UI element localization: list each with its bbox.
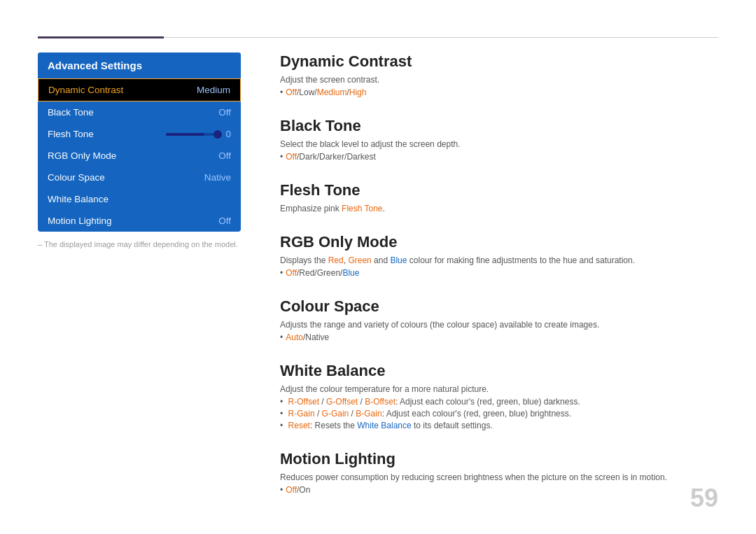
section-motion-lighting: Motion Lighting Reduces power consumptio… bbox=[280, 450, 718, 495]
section-title-motion-lighting: Motion Lighting bbox=[280, 450, 718, 468]
note-text: – The displayed image may differ dependi… bbox=[38, 240, 241, 248]
section-white-balance: White Balance Adjust the colour temperat… bbox=[280, 362, 718, 430]
rgb-desc-green: Green bbox=[348, 255, 371, 265]
section-options-dynamic-contrast: • Off / Low / Medium / High bbox=[280, 87, 718, 97]
settings-label-black-tone: Black Tone bbox=[48, 107, 94, 118]
wb-b-gain: B-Gain bbox=[356, 409, 382, 419]
top-decoration bbox=[38, 36, 718, 38]
settings-label-white-balance: White Balance bbox=[48, 194, 108, 204]
flesh-tone-slider-thumb bbox=[214, 130, 222, 139]
page-number: 59 bbox=[690, 484, 718, 513]
rgb-desc-blue: Blue bbox=[390, 255, 407, 265]
section-black-tone: Black Tone Select the black level to adj… bbox=[280, 117, 718, 162]
opt-medium-dc: Medium bbox=[317, 87, 347, 97]
wb-r-offset: R-Offset bbox=[288, 397, 319, 407]
bullet-icon: • bbox=[280, 87, 283, 97]
wb-line-2-content: R-Gain / G-Gain / B-Gain: Adjust each co… bbox=[288, 409, 572, 419]
bullet-icon: • bbox=[280, 268, 283, 278]
opt-on-ml: On bbox=[299, 485, 310, 495]
settings-label-rgb-only-mode: RGB Only Mode bbox=[48, 150, 116, 161]
settings-box: Advanced Settings Dynamic Contrast Mediu… bbox=[38, 52, 241, 232]
section-desc-colour-space: Adjusts the range and variety of colours… bbox=[280, 320, 718, 330]
opt-green-rgb: Green bbox=[317, 268, 340, 278]
flesh-tone-desc-highlight: Flesh Tone bbox=[342, 204, 382, 213]
opt-off-rgb: Off bbox=[286, 268, 297, 278]
bullet-icon: • bbox=[280, 485, 283, 495]
section-desc-black-tone: Select the black level to adjust the scr… bbox=[280, 139, 718, 149]
wb-line-1: • R-Offset / G-Offset / B-Offset: Adjust… bbox=[280, 397, 718, 407]
section-title-flesh-tone: Flesh Tone bbox=[280, 181, 718, 199]
top-line-dark bbox=[38, 36, 164, 38]
settings-value-flesh-tone: 0 bbox=[226, 129, 231, 139]
opt-darker-bt: Darker bbox=[319, 152, 344, 162]
section-desc-dynamic-contrast: Adjust the screen contrast. bbox=[280, 75, 718, 85]
section-options-black-tone: • Off / Dark / Darker / Darkest bbox=[280, 152, 718, 162]
settings-item-rgb-only-mode[interactable]: RGB Only Mode Off bbox=[38, 145, 241, 167]
wb-g-gain: G-Gain bbox=[322, 409, 349, 419]
settings-value-colour-space: Native bbox=[204, 172, 231, 183]
section-options-rgb: • Off / Red / Green / Blue bbox=[280, 268, 718, 278]
wb-line-2: • R-Gain / G-Gain / B-Gain: Adjust each … bbox=[280, 409, 718, 419]
wb-reset: Reset bbox=[288, 421, 310, 430]
flesh-tone-desc-text: Emphasize pink bbox=[280, 204, 342, 213]
opt-high-dc: High bbox=[349, 87, 367, 97]
section-flesh-tone: Flesh Tone Emphasize pink Flesh Tone. bbox=[280, 181, 718, 213]
settings-item-motion-lighting[interactable]: Motion Lighting Off bbox=[38, 210, 241, 232]
settings-item-flesh-tone[interactable]: Flesh Tone 0 bbox=[38, 123, 241, 145]
wb-line-3: • Reset: Resets the White Balance to its… bbox=[280, 421, 718, 430]
settings-value-rgb-only-mode: Off bbox=[218, 150, 231, 161]
settings-label-colour-space: Colour Space bbox=[48, 172, 105, 183]
settings-value-dynamic-contrast: Medium bbox=[197, 85, 230, 95]
section-title-white-balance: White Balance bbox=[280, 362, 718, 380]
bullet-icon: • bbox=[280, 409, 286, 419]
settings-value-black-tone: Off bbox=[218, 107, 231, 118]
rgb-desc-4: colour for making fine adjustments to th… bbox=[407, 255, 635, 265]
section-title-colour-space: Colour Space bbox=[280, 297, 718, 316]
advanced-settings-panel: Advanced Settings Dynamic Contrast Mediu… bbox=[38, 52, 241, 248]
opt-off-bt: Off bbox=[286, 152, 297, 162]
settings-title: Advanced Settings bbox=[38, 52, 241, 78]
wb-g-offset: G-Offset bbox=[326, 397, 358, 407]
opt-blue-rgb: Blue bbox=[342, 268, 359, 278]
settings-label-flesh-tone: Flesh Tone bbox=[48, 129, 94, 139]
section-rgb-only-mode: RGB Only Mode Displays the Red, Green an… bbox=[280, 233, 718, 278]
section-dynamic-contrast: Dynamic Contrast Adjust the screen contr… bbox=[280, 52, 718, 97]
wb-r-gain: R-Gain bbox=[288, 409, 315, 419]
opt-native-cs: Native bbox=[305, 332, 329, 342]
section-options-colour-space: • Auto / Native bbox=[280, 332, 718, 342]
section-desc-flesh-tone: Emphasize pink Flesh Tone. bbox=[280, 204, 718, 213]
right-content: Dynamic Contrast Adjust the screen contr… bbox=[280, 52, 718, 514]
opt-low-dc: Low bbox=[299, 87, 314, 97]
opt-off-dc: Off bbox=[286, 87, 297, 97]
section-desc-rgb-only-mode: Displays the Red, Green and Blue colour … bbox=[280, 255, 718, 265]
wb-reset-label: White Balance bbox=[357, 421, 411, 430]
bullet-icon: • bbox=[280, 397, 286, 407]
rgb-desc-3: and bbox=[372, 255, 391, 265]
bullet-icon: • bbox=[280, 421, 286, 430]
flesh-tone-slider[interactable] bbox=[166, 133, 222, 136]
wb-b-offset: B-Offset bbox=[365, 397, 396, 407]
rgb-desc-red: Red bbox=[328, 255, 344, 265]
settings-value-motion-lighting: Off bbox=[218, 216, 231, 226]
bullet-icon: • bbox=[280, 332, 283, 342]
section-colour-space: Colour Space Adjusts the range and varie… bbox=[280, 297, 718, 342]
opt-red-rgb: Red bbox=[299, 268, 314, 278]
flesh-tone-desc-period: . bbox=[383, 204, 385, 213]
section-desc-motion-lighting: Reduces power consumption by reducing sc… bbox=[280, 472, 718, 482]
bullet-icon: • bbox=[280, 152, 283, 162]
settings-label-dynamic-contrast: Dynamic Contrast bbox=[48, 85, 123, 95]
settings-item-colour-space[interactable]: Colour Space Native bbox=[38, 167, 241, 188]
wb-line-1-content: R-Offset / G-Offset / B-Offset: Adjust e… bbox=[288, 397, 580, 407]
settings-label-motion-lighting: Motion Lighting bbox=[48, 216, 112, 226]
section-title-black-tone: Black Tone bbox=[280, 117, 718, 135]
rgb-desc-1: Displays the bbox=[280, 255, 328, 265]
wb-line-3-content: Reset: Resets the White Balance to its d… bbox=[288, 421, 493, 430]
section-options-motion-lighting: • Off / On bbox=[280, 485, 718, 495]
flesh-tone-slider-fill bbox=[166, 133, 204, 136]
settings-item-black-tone[interactable]: Black Tone Off bbox=[38, 101, 241, 123]
settings-item-white-balance[interactable]: White Balance bbox=[38, 188, 241, 210]
section-title-dynamic-contrast: Dynamic Contrast bbox=[280, 52, 718, 71]
top-line-light bbox=[164, 37, 718, 38]
settings-item-dynamic-contrast[interactable]: Dynamic Contrast Medium bbox=[38, 78, 241, 101]
section-desc-white-balance: Adjust the colour temperature for a more… bbox=[280, 384, 718, 394]
